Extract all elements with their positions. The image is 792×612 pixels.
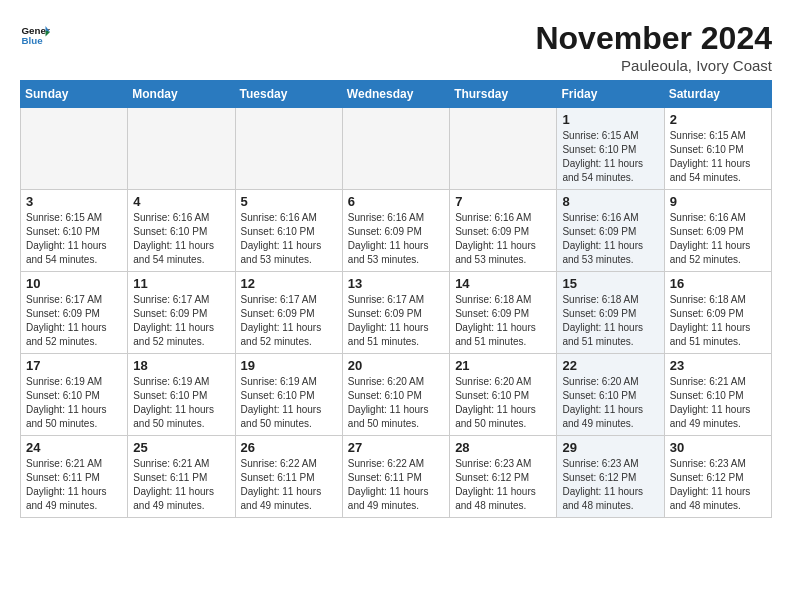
day-number: 21 — [455, 358, 551, 373]
calendar-cell: 23Sunrise: 6:21 AM Sunset: 6:10 PM Dayli… — [664, 354, 771, 436]
cell-details: Sunrise: 6:16 AM Sunset: 6:10 PM Dayligh… — [241, 211, 337, 267]
week-row-3: 10Sunrise: 6:17 AM Sunset: 6:09 PM Dayli… — [21, 272, 772, 354]
calendar-cell: 9Sunrise: 6:16 AM Sunset: 6:09 PM Daylig… — [664, 190, 771, 272]
title-area: November 2024 Pauleoula, Ivory Coast — [535, 20, 772, 74]
calendar-cell: 15Sunrise: 6:18 AM Sunset: 6:09 PM Dayli… — [557, 272, 664, 354]
calendar-cell: 13Sunrise: 6:17 AM Sunset: 6:09 PM Dayli… — [342, 272, 449, 354]
day-number: 20 — [348, 358, 444, 373]
calendar-cell: 21Sunrise: 6:20 AM Sunset: 6:10 PM Dayli… — [450, 354, 557, 436]
calendar-cell: 18Sunrise: 6:19 AM Sunset: 6:10 PM Dayli… — [128, 354, 235, 436]
calendar-cell: 27Sunrise: 6:22 AM Sunset: 6:11 PM Dayli… — [342, 436, 449, 518]
day-number: 17 — [26, 358, 122, 373]
cell-details: Sunrise: 6:20 AM Sunset: 6:10 PM Dayligh… — [348, 375, 444, 431]
week-row-5: 24Sunrise: 6:21 AM Sunset: 6:11 PM Dayli… — [21, 436, 772, 518]
calendar-cell — [342, 108, 449, 190]
week-row-1: 1Sunrise: 6:15 AM Sunset: 6:10 PM Daylig… — [21, 108, 772, 190]
day-header-monday: Monday — [128, 81, 235, 108]
day-number: 28 — [455, 440, 551, 455]
calendar-cell: 24Sunrise: 6:21 AM Sunset: 6:11 PM Dayli… — [21, 436, 128, 518]
cell-details: Sunrise: 6:19 AM Sunset: 6:10 PM Dayligh… — [26, 375, 122, 431]
location: Pauleoula, Ivory Coast — [535, 57, 772, 74]
cell-details: Sunrise: 6:22 AM Sunset: 6:11 PM Dayligh… — [348, 457, 444, 513]
logo: General Blue — [20, 20, 50, 50]
day-number: 18 — [133, 358, 229, 373]
day-number: 7 — [455, 194, 551, 209]
calendar-cell: 8Sunrise: 6:16 AM Sunset: 6:09 PM Daylig… — [557, 190, 664, 272]
cell-details: Sunrise: 6:23 AM Sunset: 6:12 PM Dayligh… — [670, 457, 766, 513]
day-number: 10 — [26, 276, 122, 291]
calendar-cell: 22Sunrise: 6:20 AM Sunset: 6:10 PM Dayli… — [557, 354, 664, 436]
calendar-cell: 5Sunrise: 6:16 AM Sunset: 6:10 PM Daylig… — [235, 190, 342, 272]
cell-details: Sunrise: 6:15 AM Sunset: 6:10 PM Dayligh… — [26, 211, 122, 267]
logo-icon: General Blue — [20, 20, 50, 50]
cell-details: Sunrise: 6:16 AM Sunset: 6:09 PM Dayligh… — [348, 211, 444, 267]
calendar-cell: 20Sunrise: 6:20 AM Sunset: 6:10 PM Dayli… — [342, 354, 449, 436]
week-row-2: 3Sunrise: 6:15 AM Sunset: 6:10 PM Daylig… — [21, 190, 772, 272]
cell-details: Sunrise: 6:20 AM Sunset: 6:10 PM Dayligh… — [455, 375, 551, 431]
cell-details: Sunrise: 6:16 AM Sunset: 6:09 PM Dayligh… — [455, 211, 551, 267]
day-header-saturday: Saturday — [664, 81, 771, 108]
cell-details: Sunrise: 6:20 AM Sunset: 6:10 PM Dayligh… — [562, 375, 658, 431]
cell-details: Sunrise: 6:21 AM Sunset: 6:11 PM Dayligh… — [133, 457, 229, 513]
calendar-cell: 17Sunrise: 6:19 AM Sunset: 6:10 PM Dayli… — [21, 354, 128, 436]
day-number: 22 — [562, 358, 658, 373]
cell-details: Sunrise: 6:16 AM Sunset: 6:09 PM Dayligh… — [562, 211, 658, 267]
week-row-4: 17Sunrise: 6:19 AM Sunset: 6:10 PM Dayli… — [21, 354, 772, 436]
cell-details: Sunrise: 6:17 AM Sunset: 6:09 PM Dayligh… — [133, 293, 229, 349]
day-number: 16 — [670, 276, 766, 291]
day-header-sunday: Sunday — [21, 81, 128, 108]
day-number: 26 — [241, 440, 337, 455]
calendar-cell: 19Sunrise: 6:19 AM Sunset: 6:10 PM Dayli… — [235, 354, 342, 436]
cell-details: Sunrise: 6:21 AM Sunset: 6:10 PM Dayligh… — [670, 375, 766, 431]
calendar-cell: 25Sunrise: 6:21 AM Sunset: 6:11 PM Dayli… — [128, 436, 235, 518]
cell-details: Sunrise: 6:17 AM Sunset: 6:09 PM Dayligh… — [348, 293, 444, 349]
calendar-cell: 4Sunrise: 6:16 AM Sunset: 6:10 PM Daylig… — [128, 190, 235, 272]
day-number: 6 — [348, 194, 444, 209]
day-number: 15 — [562, 276, 658, 291]
day-number: 8 — [562, 194, 658, 209]
cell-details: Sunrise: 6:23 AM Sunset: 6:12 PM Dayligh… — [562, 457, 658, 513]
header-row: SundayMondayTuesdayWednesdayThursdayFrid… — [21, 81, 772, 108]
day-header-thursday: Thursday — [450, 81, 557, 108]
calendar-cell: 7Sunrise: 6:16 AM Sunset: 6:09 PM Daylig… — [450, 190, 557, 272]
cell-details: Sunrise: 6:19 AM Sunset: 6:10 PM Dayligh… — [133, 375, 229, 431]
calendar-cell — [21, 108, 128, 190]
day-number: 5 — [241, 194, 337, 209]
cell-details: Sunrise: 6:16 AM Sunset: 6:09 PM Dayligh… — [670, 211, 766, 267]
cell-details: Sunrise: 6:21 AM Sunset: 6:11 PM Dayligh… — [26, 457, 122, 513]
day-number: 2 — [670, 112, 766, 127]
day-number: 24 — [26, 440, 122, 455]
calendar-cell — [235, 108, 342, 190]
cell-details: Sunrise: 6:17 AM Sunset: 6:09 PM Dayligh… — [241, 293, 337, 349]
calendar-cell: 26Sunrise: 6:22 AM Sunset: 6:11 PM Dayli… — [235, 436, 342, 518]
calendar-cell: 30Sunrise: 6:23 AM Sunset: 6:12 PM Dayli… — [664, 436, 771, 518]
day-number: 3 — [26, 194, 122, 209]
day-number: 4 — [133, 194, 229, 209]
day-number: 9 — [670, 194, 766, 209]
calendar-cell: 1Sunrise: 6:15 AM Sunset: 6:10 PM Daylig… — [557, 108, 664, 190]
day-number: 29 — [562, 440, 658, 455]
cell-details: Sunrise: 6:19 AM Sunset: 6:10 PM Dayligh… — [241, 375, 337, 431]
calendar-cell: 3Sunrise: 6:15 AM Sunset: 6:10 PM Daylig… — [21, 190, 128, 272]
calendar-cell: 29Sunrise: 6:23 AM Sunset: 6:12 PM Dayli… — [557, 436, 664, 518]
cell-details: Sunrise: 6:18 AM Sunset: 6:09 PM Dayligh… — [670, 293, 766, 349]
day-header-tuesday: Tuesday — [235, 81, 342, 108]
day-number: 19 — [241, 358, 337, 373]
day-number: 25 — [133, 440, 229, 455]
calendar-cell: 6Sunrise: 6:16 AM Sunset: 6:09 PM Daylig… — [342, 190, 449, 272]
cell-details: Sunrise: 6:18 AM Sunset: 6:09 PM Dayligh… — [455, 293, 551, 349]
day-number: 11 — [133, 276, 229, 291]
day-number: 1 — [562, 112, 658, 127]
calendar-cell: 14Sunrise: 6:18 AM Sunset: 6:09 PM Dayli… — [450, 272, 557, 354]
cell-details: Sunrise: 6:22 AM Sunset: 6:11 PM Dayligh… — [241, 457, 337, 513]
calendar-cell: 16Sunrise: 6:18 AM Sunset: 6:09 PM Dayli… — [664, 272, 771, 354]
page-header: General Blue November 2024 Pauleoula, Iv… — [20, 20, 772, 74]
day-number: 12 — [241, 276, 337, 291]
day-header-wednesday: Wednesday — [342, 81, 449, 108]
day-header-friday: Friday — [557, 81, 664, 108]
calendar-cell — [128, 108, 235, 190]
month-title: November 2024 — [535, 20, 772, 57]
calendar-cell — [450, 108, 557, 190]
cell-details: Sunrise: 6:15 AM Sunset: 6:10 PM Dayligh… — [670, 129, 766, 185]
calendar-cell: 28Sunrise: 6:23 AM Sunset: 6:12 PM Dayli… — [450, 436, 557, 518]
